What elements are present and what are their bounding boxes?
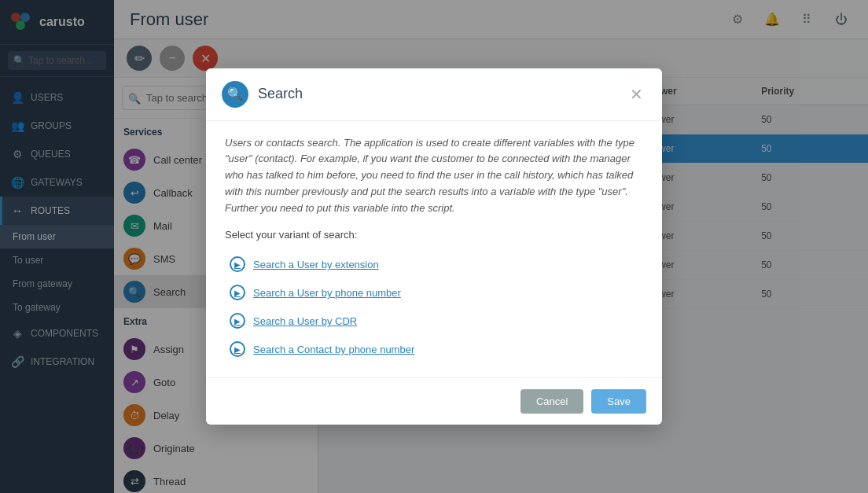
arrow-icon-3: ▶ <box>230 313 245 329</box>
modal-title: Search <box>258 86 627 102</box>
search-option-contact-phone[interactable]: ▶ Search a Contact by phone number <box>225 335 643 363</box>
modal-section-label: Select your variant of search: <box>225 229 643 241</box>
modal-overlay[interactable]: 🔍 Search ✕ Users or contacts search. The… <box>0 0 868 493</box>
modal-header-icon: 🔍 <box>222 81 248 108</box>
modal-description: Users or contacts search. The applicatio… <box>225 135 643 217</box>
modal-body: Users or contacts search. The applicatio… <box>206 121 662 378</box>
modal-header: 🔍 Search ✕ <box>206 68 662 121</box>
arrow-icon-4: ▶ <box>230 341 245 357</box>
search-option-by-phone[interactable]: ▶ Search a User by phone number <box>225 278 643 307</box>
search-option-by-extension[interactable]: ▶ Search a User by extension <box>225 250 643 278</box>
arrow-icon-1: ▶ <box>230 256 245 272</box>
modal-close-button[interactable]: ✕ <box>627 85 646 104</box>
save-button[interactable]: Save <box>591 389 646 414</box>
modal-footer: Cancel Save <box>206 377 662 425</box>
cancel-button[interactable]: Cancel <box>520 389 583 414</box>
arrow-icon-2: ▶ <box>230 285 245 300</box>
search-modal: 🔍 Search ✕ Users or contacts search. The… <box>206 68 662 425</box>
search-option-by-cdr[interactable]: ▶ Search a User by CDR <box>225 307 643 335</box>
